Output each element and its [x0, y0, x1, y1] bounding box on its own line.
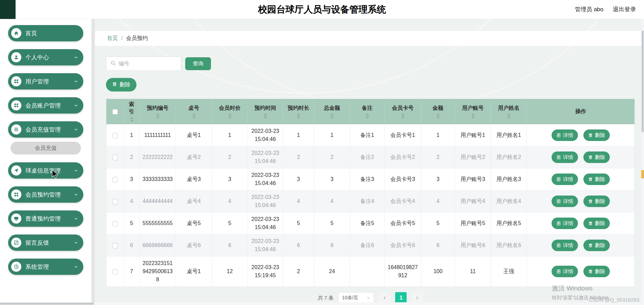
sort-carets[interactable] [471, 114, 475, 119]
delete-row-button[interactable]: 删除 [583, 196, 610, 207]
breadcrumb-current: 会员预约 [126, 35, 148, 42]
sidebar-item-personal-center[interactable]: 个人中心 [8, 49, 83, 65]
table-row: 11111111111桌号112022-03-23 15:04:4611备注1会… [106, 124, 635, 146]
row-checkbox[interactable] [112, 243, 118, 248]
sort-carets[interactable] [401, 114, 405, 119]
chevron-down-icon [74, 217, 78, 221]
cell-remark: 备注6 [350, 235, 385, 257]
vertical-scrollbar-thumb[interactable] [642, 30, 644, 132]
search-icon [110, 60, 116, 66]
horizontal-scrollbar-thumb[interactable] [0, 303, 94, 305]
edit-icon-circle [11, 238, 21, 248]
vertical-scrollbar[interactable] [641, 19, 644, 305]
detail-button[interactable]: 详情 [552, 218, 578, 229]
delete-row-button[interactable]: 删除 [583, 218, 610, 229]
horizontal-scrollbar[interactable] [0, 302, 641, 305]
select-all-checkbox[interactable] [112, 109, 118, 115]
sidebar-item-member-recharge-management[interactable]: 会员充值管理 [8, 121, 83, 138]
cell-total: 5 [314, 212, 350, 235]
sidebar-item-system-management[interactable]: 系统管理 [8, 259, 83, 275]
delete-row-button[interactable]: 删除 [583, 151, 610, 163]
cell-price: 5 [212, 212, 248, 235]
sort-carets[interactable] [507, 114, 511, 119]
query-button[interactable]: 查询 [185, 57, 211, 70]
cell-time: 2022-03-23 15:04:46 [248, 168, 283, 190]
sidebar-item-user-management[interactable]: 用户管理 [8, 73, 83, 89]
cell-index: 7 [124, 257, 139, 287]
clock-icon [14, 264, 19, 269]
sort-carets[interactable] [264, 114, 267, 119]
page-title: 校园台球厅人员与设备管理系统 [258, 3, 386, 16]
page-size-select[interactable]: 10条/页 [338, 292, 374, 304]
row-checkbox[interactable] [112, 269, 118, 274]
chevron-down-icon-wrap [74, 127, 78, 132]
sort-carets[interactable] [130, 117, 133, 122]
sidebar-item-label: 普通预约管理 [25, 215, 61, 223]
sort-carets[interactable] [192, 114, 196, 119]
cell-price: 4 [212, 190, 248, 212]
detail-button[interactable]: 详情 [552, 196, 578, 207]
cell-remark: 备注3 [350, 168, 385, 190]
sidebar-item-table-info-management[interactable]: 球桌信息管理 [8, 162, 83, 179]
row-checkbox[interactable] [112, 177, 118, 182]
row-checkbox[interactable] [112, 133, 118, 138]
sidebar-item-message-feedback[interactable]: 留言反馈 [8, 235, 83, 251]
sidebar-item-member-reservation-management[interactable]: 会员预约管理 [8, 186, 83, 203]
breadcrumb-home-link[interactable]: 首页 [107, 35, 118, 42]
cell-card_no: 会员卡号5 [385, 212, 421, 235]
sidebar-item-home[interactable]: 首页 [8, 25, 83, 41]
cell-total: 24 [314, 257, 350, 287]
search-input[interactable] [119, 61, 177, 67]
sidebar-item-member-account-management[interactable]: 会员账户管理 [8, 97, 83, 114]
detail-button[interactable]: 详情 [552, 129, 578, 141]
sort-carets[interactable] [436, 114, 440, 119]
table-row: 7202232315194295006138桌号1122022-03-23 15… [106, 257, 635, 287]
admin-label: 管理员 abo [575, 5, 603, 13]
cell-amount: 3 [421, 168, 455, 190]
cell-account: 用户账号4 [455, 190, 491, 212]
detail-icon [556, 243, 561, 248]
detail-button[interactable]: 详情 [552, 240, 578, 251]
cell-index: 4 [124, 190, 139, 212]
chevron-down-icon-wrap [74, 217, 78, 221]
current-page-button[interactable]: 1 [395, 292, 407, 304]
table-body: 11111111111桌号112022-03-23 15:04:4611备注1会… [106, 124, 635, 287]
detail-button[interactable]: 详情 [552, 174, 578, 185]
cell-table_no: 桌号6 [176, 235, 212, 257]
cell-table_no: 桌号2 [176, 146, 212, 168]
delete-button[interactable]: 删除 [106, 78, 136, 92]
delete-row-button[interactable]: 删除 [583, 129, 610, 141]
cell-table_no: 桌号1 [176, 257, 212, 287]
sidebar-item-label: 会员账户管理 [25, 102, 61, 109]
cell-time: 2022-03-23 15:04:46 [248, 124, 283, 146]
delete-row-button[interactable]: 删除 [583, 266, 610, 277]
column-header-time: 预约时间 [255, 105, 276, 112]
detail-button[interactable]: 详情 [552, 266, 578, 277]
next-page-button[interactable] [411, 292, 423, 304]
delete-row-button[interactable]: 删除 [583, 240, 610, 251]
chevron-down-icon [74, 55, 78, 60]
top-header: 校园台球厅人员与设备管理系统 管理员 abo 退出登录 [0, 0, 644, 19]
prev-page-button[interactable] [379, 292, 390, 304]
sort-carets[interactable] [156, 114, 159, 119]
chevron-down-icon [74, 103, 78, 108]
sidebar-item-normal-reservation-management[interactable]: 普通预约管理 [8, 210, 83, 227]
sort-carets[interactable] [330, 114, 334, 119]
row-checkbox[interactable] [112, 221, 118, 226]
detail-button[interactable]: 详情 [552, 151, 578, 163]
sidebar-item-label: 会员预约管理 [25, 191, 61, 199]
cell-order_no: 202232315194295006138 [139, 257, 176, 287]
sidebar-subitem-member-recharge[interactable]: 会员充值 [10, 142, 81, 155]
monitor-icon-circle [11, 214, 21, 224]
row-checkbox[interactable] [112, 155, 118, 160]
row-checkbox[interactable] [112, 199, 118, 204]
chevron-down-icon-slot [366, 296, 370, 300]
delete-row-button[interactable]: 删除 [583, 174, 610, 185]
sort-carets[interactable] [297, 114, 300, 119]
logout-link[interactable]: 退出登录 [613, 5, 636, 13]
table-header: 索引预约编号桌号会员时价预约时间预约时长总金额备注会员卡号金额用户账号用户姓名操… [106, 99, 635, 124]
sort-carets[interactable] [366, 114, 369, 119]
detail-icon [556, 133, 561, 138]
home-icon-circle [11, 28, 21, 38]
sort-carets[interactable] [228, 114, 232, 119]
